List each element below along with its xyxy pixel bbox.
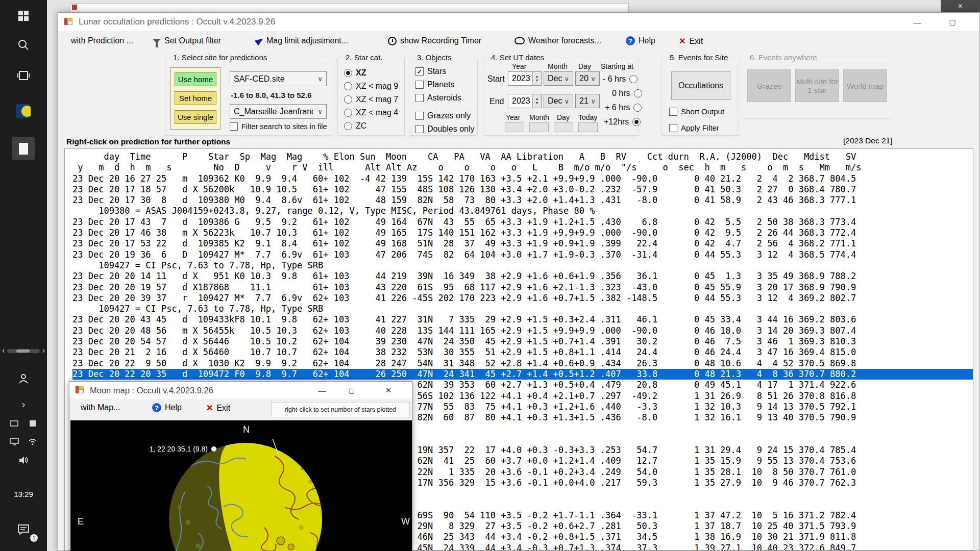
table-row[interactable]: 23 Dec 20 17 18 57 d X 56200k 10.9 10.5 … (72, 184, 973, 195)
site-dropdown[interactable]: C_Marseille-Jeanfrancc∨ (230, 104, 327, 119)
moon-hint: right-click to set number of stars plott… (271, 402, 410, 417)
maximize-icon[interactable]: ▢ (938, 13, 967, 31)
apply-filter-checkbox[interactable]: Apply Filter (669, 123, 719, 132)
table-row[interactable]: 23 Dec 20 20 43 45 d 109433kF8 10.1 9.8 … (72, 314, 973, 325)
quick-year-label: Year (506, 113, 520, 121)
menu-weather[interactable]: Weather forecasts... (514, 36, 601, 45)
quick-day-label: Day (557, 113, 570, 121)
document-icon (19, 143, 28, 155)
task-view-button[interactable] (0, 63, 47, 88)
taskbar-occult-app[interactable] (0, 99, 47, 123)
moon-canvas[interactable]: 1, 22 20 35.1 (9.8) N E W (70, 420, 412, 551)
close-icon[interactable]: ✕ (376, 382, 401, 399)
exit-x-icon: ✕ (679, 36, 685, 46)
radio-xz[interactable]: XZ (344, 68, 366, 78)
menu-exit[interactable]: ✕Exit (679, 36, 703, 46)
grazes-only-checkbox[interactable]: Grazes only (415, 111, 471, 120)
site-file-dropdown[interactable]: SAF-CED.site∨ (230, 71, 327, 86)
asteroids-checkbox[interactable]: Asteroids (415, 93, 461, 103)
taskbar-scroll-left-icon[interactable]: ‹ (2, 346, 5, 355)
planets-checkbox[interactable]: Planets (415, 80, 454, 89)
menu-mag-limit[interactable]: Mag limit adjustment... (257, 36, 348, 45)
table-row[interactable]: 23 Dec 20 20 39 37 r 109427 M* 7.7 6.9v … (72, 293, 973, 304)
quick-today-button[interactable] (578, 122, 598, 132)
use-single-button[interactable]: Use single (175, 110, 216, 124)
menu-with-map[interactable]: with Map... (81, 403, 120, 412)
people-button[interactable] (0, 366, 47, 391)
table-row[interactable]: 23 Dec 20 20 19 57 d X187868 11.1 61+ 10… (72, 282, 973, 293)
radio-xz-mag7[interactable]: XZ < mag 7 (344, 95, 398, 104)
filter-search-checkbox[interactable]: Filter search to sites in file (230, 122, 327, 131)
table-row-selected[interactable]: 23 Dec 20 22 20 35 d 109472 F0 9.8 9.7 6… (72, 369, 973, 380)
moon-titlebar: Moon map : Occult v.4.2023.9.26 — ▢ ✕ (69, 382, 412, 399)
minimize-icon[interactable]: — (903, 13, 932, 31)
menu-set-output-filter[interactable]: Set Output filter (153, 36, 221, 45)
table-header-row-2: y m d h m s No D v r V ill Alt Alt Az o … (72, 162, 973, 173)
right-click-hint: Right-click on prediction for further op… (66, 137, 230, 146)
table-row[interactable]: 23 Dec 20 17 30 8 d 109380 M0 9.4 8.6v 6… (72, 195, 973, 206)
radio-plus-6hrs[interactable]: + 6 hrs (605, 103, 642, 112)
panel-set-ut-dates: 4. Set UT dates Year Month Day Starting … (483, 58, 639, 136)
notification-button[interactable]: 1 (0, 515, 47, 544)
tray-app-icon[interactable] (10, 419, 18, 428)
table-row[interactable]: 23 Dec 20 17 53 22 d 109385 K2 9.1 8.4 6… (72, 238, 973, 249)
end-month-dropdown[interactable]: Dec∨ (544, 94, 573, 108)
wifi-icon[interactable] (28, 438, 37, 446)
volume-button[interactable] (0, 448, 47, 472)
year-col-label: Year (512, 62, 526, 70)
start-day-dropdown[interactable]: 20∨ (575, 71, 600, 86)
table-row[interactable]: 23 Dec 20 16 27 25 m 109362 K0 9.9 9.4 6… (72, 173, 973, 184)
search-button[interactable] (0, 33, 47, 57)
menu-moon-help[interactable]: ?Help (152, 403, 182, 412)
end-day-dropdown[interactable]: 21∨ (575, 94, 600, 108)
table-row[interactable]: 23 Dec 20 20 14 11 d X 951 K0 10.3 9.8 6… (72, 271, 973, 282)
spinner-arrows-icon[interactable]: ▲▼ (532, 72, 541, 85)
taskbar-clock[interactable]: 13:29 (0, 482, 47, 506)
maximize-icon[interactable]: ▢ (339, 382, 364, 399)
taskbar-document-app[interactable] (0, 136, 47, 161)
table-row[interactable]: 23 Dec 20 20 54 57 d X 56446 10.5 10.2 6… (72, 336, 973, 347)
menu-with-prediction[interactable]: with Prediction ... (71, 36, 133, 45)
quick-day-button[interactable] (554, 122, 573, 132)
radio-minus-6hrs[interactable]: - 6 hrs (603, 74, 638, 84)
table-row[interactable]: 109427 = CI Psc, 7.63 to 7.78, Hp, Type … (72, 304, 973, 314)
quick-year-button[interactable] (505, 122, 524, 132)
start-button[interactable] (0, 4, 47, 28)
menu-moon-exit[interactable]: ✕Exit (206, 403, 230, 413)
stars-checkbox[interactable]: ✓Stars (415, 67, 446, 76)
quick-month-button[interactable] (529, 122, 549, 132)
set-home-button[interactable]: Set home (175, 91, 216, 105)
occultations-button[interactable]: Occultations (671, 71, 730, 100)
spinner-arrows-icon[interactable]: ▲▼ (532, 94, 541, 108)
window-title: Lunar occultation predictions : Occult v… (79, 17, 275, 27)
taskbar-scrollbar[interactable] (7, 349, 40, 353)
monitor-icon[interactable] (10, 438, 19, 446)
table-row[interactable]: 109427 = CI Psc, 7.63 to 7.78, Hp, Type … (72, 260, 973, 271)
table-row[interactable]: 23 Dec 20 22 9 50 d X 1030 K2 9.9 9.2 62… (72, 358, 973, 369)
table-row[interactable]: 23 Dec 20 20 48 56 m X 56455k 10.5 10.3 … (72, 325, 973, 336)
start-year-spinner[interactable]: 2023▲▼ (508, 71, 542, 86)
table-row[interactable]: 23 Dec 20 21 2 16 d X 56460 10.7 10.7 62… (72, 347, 973, 358)
table-row[interactable]: 23 Dec 20 17 46 38 m X 56223k 10.7 10.3 … (72, 228, 973, 238)
use-home-button[interactable]: Use home (175, 72, 216, 86)
background-close-icon[interactable]: ✕ (941, 0, 980, 12)
close-icon[interactable]: ✕ (969, 13, 980, 31)
radio-zc[interactable]: ZC (344, 121, 366, 131)
table-row[interactable]: 23 Dec 20 19 36 6 D 109427 M* 7.7 6.9v 6… (72, 249, 973, 260)
minimize-icon[interactable]: — (309, 382, 335, 399)
table-row[interactable]: 23 Dec 20 17 43 7 d 109386 G 9.5 9.2 61+… (72, 217, 973, 228)
taskbar-scroll-right-icon[interactable]: › (42, 346, 45, 355)
end-year-spinner[interactable]: 2023▲▼ (508, 94, 542, 108)
menu-recording-timer[interactable]: show Recording Timer (388, 36, 481, 45)
radio-plus-12hrs[interactable]: +12hrs (604, 117, 641, 127)
menu-help[interactable]: ?Help (626, 36, 655, 45)
tray-window-icon[interactable] (29, 419, 37, 428)
short-output-checkbox[interactable]: Short Output (669, 107, 724, 116)
radio-0hrs[interactable]: 0 hrs (612, 89, 642, 98)
doubles-only-checkbox[interactable]: Doubles only (415, 124, 475, 134)
table-row[interactable]: 109380 = ASAS J004159+0243.8, 9.27, rang… (72, 206, 973, 216)
checkbox-icon (230, 122, 238, 131)
radio-xz-mag4[interactable]: XZ < mag 4 (344, 108, 398, 117)
radio-xz-mag9[interactable]: XZ < mag 9 (344, 82, 398, 91)
start-month-dropdown[interactable]: Dec∨ (544, 71, 573, 86)
